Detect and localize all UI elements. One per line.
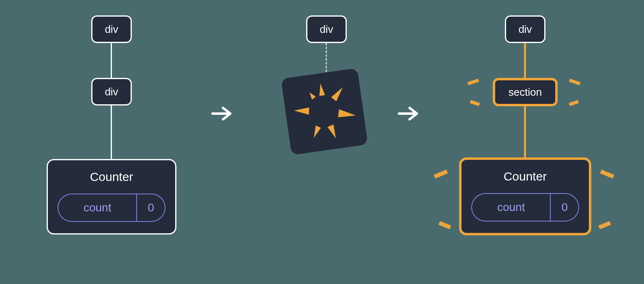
svg-rect-8 bbox=[470, 100, 480, 106]
svg-marker-3 bbox=[327, 125, 339, 140]
state-key: count bbox=[472, 201, 550, 214]
counter-title: Counter bbox=[58, 170, 165, 184]
state-pill: count 0 bbox=[58, 194, 165, 222]
node-label: div bbox=[105, 23, 118, 36]
arrow-icon bbox=[211, 101, 234, 128]
svg-marker-5 bbox=[294, 107, 309, 114]
node-label: section bbox=[509, 86, 542, 99]
node-exploding bbox=[281, 68, 368, 155]
connector-highlight bbox=[524, 43, 526, 78]
node-counter: Counter count 0 bbox=[47, 159, 176, 235]
svg-rect-9 bbox=[569, 79, 580, 85]
state-value: 0 bbox=[136, 194, 165, 221]
state-pill: count 0 bbox=[471, 193, 579, 222]
connector bbox=[111, 43, 112, 78]
svg-rect-10 bbox=[569, 100, 579, 106]
connector bbox=[111, 105, 112, 159]
svg-rect-13 bbox=[600, 170, 614, 179]
node-mid-div: div bbox=[91, 78, 132, 105]
arrow-icon bbox=[397, 101, 420, 128]
svg-marker-1 bbox=[331, 85, 345, 101]
svg-rect-11 bbox=[434, 170, 448, 179]
node-label: div bbox=[518, 23, 532, 36]
svg-rect-14 bbox=[598, 221, 611, 230]
counter-title: Counter bbox=[471, 170, 579, 183]
spark-icon bbox=[281, 68, 368, 155]
node-counter: Counter count 0 bbox=[459, 157, 591, 235]
svg-marker-4 bbox=[311, 125, 321, 139]
svg-marker-2 bbox=[338, 109, 356, 119]
state-key: count bbox=[58, 201, 136, 214]
connector-highlight bbox=[524, 106, 526, 157]
node-root-div: div bbox=[306, 15, 347, 43]
node-root-div: div bbox=[505, 15, 545, 43]
node-label: div bbox=[105, 86, 118, 98]
svg-rect-12 bbox=[438, 221, 451, 230]
state-value: 0 bbox=[550, 194, 578, 221]
svg-marker-0 bbox=[318, 83, 325, 96]
svg-rect-7 bbox=[467, 79, 479, 85]
node-mid-section: section bbox=[493, 78, 558, 106]
node-label: div bbox=[320, 23, 333, 36]
node-root-div: div bbox=[91, 15, 132, 43]
svg-marker-6 bbox=[307, 91, 316, 100]
